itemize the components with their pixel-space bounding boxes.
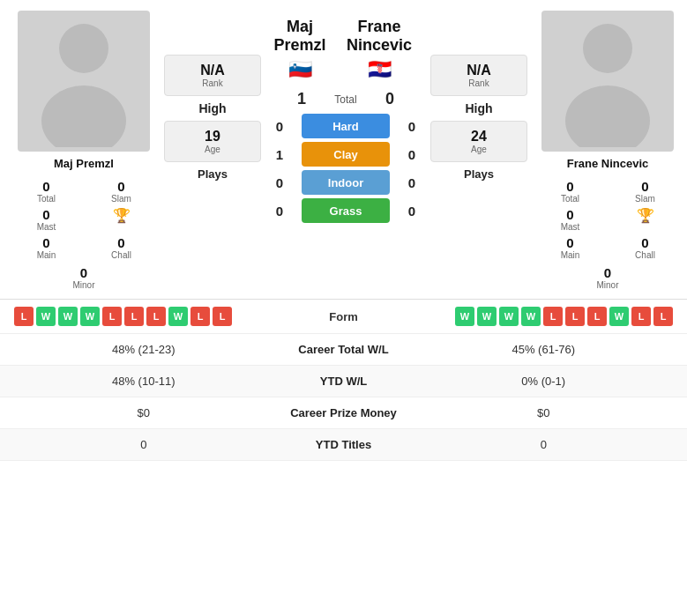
form-badge-w: W [58, 307, 78, 326]
player1-silhouette [31, 15, 137, 147]
player1-minor-cell: 0 Minor [69, 263, 98, 292]
bottom-section: LWWWLLLWLL Form WWWWLLLWLL 48% (21-23) C… [0, 299, 687, 461]
player1-trophy-cell: 🏆 [84, 205, 159, 234]
player1-rank-box: N/A Rank [164, 55, 261, 96]
p1-grass: 0 [266, 204, 293, 219]
player2-slam-cell: 0 Slam [608, 177, 683, 205]
p2-indoor: 0 [399, 175, 425, 190]
p2-form-badges: WWWWLLLWLL [397, 307, 674, 326]
surface-rows: 0 Hard 0 1 Clay 0 0 Indoor 0 [266, 114, 425, 223]
indoor-label: Indoor [328, 176, 363, 189]
p2-clay: 0 [399, 147, 425, 162]
player1-slam-cell: 0 Slam [84, 177, 159, 205]
hard-label: Hard [332, 120, 359, 133]
player1-total-value: 0 [42, 179, 49, 194]
middle-stats-left: N/A Rank High 19 Age Plays [164, 11, 261, 292]
player2-age-box: 24 Age [430, 121, 527, 162]
player2-silhouette [555, 15, 661, 147]
stat-left-3: 0 [14, 438, 273, 451]
stat-left-2: $0 [14, 406, 273, 419]
svg-point-0 [59, 24, 108, 73]
form-badge-l: L [146, 307, 166, 326]
svg-point-3 [565, 85, 650, 147]
player1-chall-value: 0 [117, 235, 124, 250]
form-badge-w: W [499, 307, 519, 326]
middle-stats-right: N/A Rank High 24 Age Plays [430, 11, 527, 292]
player2-total-label: Total [561, 194, 579, 204]
player1-mast-label: Mast [37, 222, 56, 232]
p1-flag-emoji: 🇸🇮 [288, 58, 312, 81]
player1-age-label: Age [168, 145, 257, 154]
form-badge-w: W [36, 307, 56, 326]
stat-label-3: YTD Titles [273, 438, 414, 451]
form-badge-w: W [455, 307, 474, 326]
player2-mast-cell: 0 Mast [533, 205, 608, 234]
player2-card: Frane Nincevic 0 Total 0 Slam 0 Mast 🏆 0… [533, 11, 683, 292]
stat-rows: 48% (21-23) Career Total W/L 45% (61-76)… [0, 334, 687, 461]
form-badge-w: W [80, 307, 100, 326]
indoor-row: 0 Indoor 0 [266, 170, 425, 195]
player1-trophy-icon: 🏆 [113, 207, 131, 224]
player2-chall-label: Chall [635, 250, 655, 260]
player1-minor-value: 0 [80, 265, 87, 280]
player2-main-cell: 0 Main [533, 234, 608, 262]
player2-mast-value: 0 [566, 207, 573, 222]
player1-age-box: 19 Age [164, 121, 261, 162]
player1-main-label: Main [37, 250, 56, 260]
clay-btn[interactable]: Clay [302, 142, 390, 167]
form-badge-w: W [609, 307, 629, 326]
svg-point-2 [583, 24, 632, 73]
player2-total-cell: 0 Total [533, 177, 608, 205]
stat-right-2: $0 [414, 406, 674, 419]
stat-label-2: Career Prize Money [273, 406, 414, 419]
player1-rank-label: Rank [168, 78, 257, 88]
player2-minor-value: 0 [604, 265, 611, 280]
player2-chall-cell: 0 Chall [608, 234, 683, 262]
player2-rank-box: N/A Rank [430, 55, 527, 96]
indoor-btn[interactable]: Indoor [302, 170, 390, 195]
p1-flag: 🇸🇮 [266, 58, 333, 81]
player2-slam-value: 0 [641, 179, 648, 194]
player2-main-value: 0 [566, 235, 573, 250]
form-badge-l: L [565, 307, 585, 326]
player1-slam-label: Slam [111, 194, 131, 204]
p1-total-center: 1 [288, 90, 315, 108]
player1-main-value: 0 [42, 235, 49, 250]
grass-label: Grass [330, 204, 362, 218]
hard-btn[interactable]: Hard [302, 114, 390, 138]
player2-total-value: 0 [566, 179, 573, 194]
p2-grass: 0 [399, 204, 425, 219]
clay-label: Clay [333, 148, 357, 161]
form-label: Form [291, 310, 397, 323]
player2-age-value: 24 [435, 129, 523, 145]
player1-plays: Plays [198, 167, 228, 181]
player2-chall-value: 0 [641, 235, 648, 250]
player2-avatar [541, 11, 674, 152]
player1-slam-value: 0 [117, 179, 124, 194]
player2-slam-label: Slam [635, 194, 655, 204]
player2-mast-label: Mast [561, 222, 580, 232]
p2-center-name: Frane Nincevic [333, 18, 425, 55]
player1-stats: 0 Total 0 Slam 0 Mast 🏆 0 Main 0 Chall [9, 177, 159, 262]
svg-point-1 [41, 85, 126, 147]
stat-row-3: 0 YTD Titles 0 [0, 429, 687, 461]
p1-center-name: Maj Premzl [266, 18, 333, 55]
player2-age-label: Age [435, 145, 523, 154]
form-badge-l: L [213, 307, 232, 326]
p2-flag-emoji: 🇭🇷 [368, 58, 392, 81]
form-badge-l: L [631, 307, 651, 326]
stat-left-1: 48% (10-11) [14, 375, 273, 388]
p1-header: Maj Premzl 🇸🇮 [266, 18, 333, 81]
grass-btn[interactable]: Grass [302, 198, 390, 223]
p2-total-center: 0 [377, 90, 403, 108]
form-badge-l: L [14, 307, 34, 326]
player2-main-label: Main [561, 250, 580, 260]
center-section: Maj Premzl 🇸🇮 Frane Nincevic 🇭🇷 1 Total … [266, 11, 425, 292]
form-badge-l: L [543, 307, 563, 326]
player1-mast-value: 0 [42, 207, 49, 222]
player2-stats: 0 Total 0 Slam 0 Mast 🏆 0 Main 0 Chall [533, 177, 683, 262]
player1-total-cell: 0 Total [9, 177, 84, 205]
stat-label-0: Career Total W/L [273, 343, 414, 356]
stat-row-2: $0 Career Prize Money $0 [0, 397, 687, 429]
player2-minor-cell: 0 Minor [593, 263, 622, 292]
